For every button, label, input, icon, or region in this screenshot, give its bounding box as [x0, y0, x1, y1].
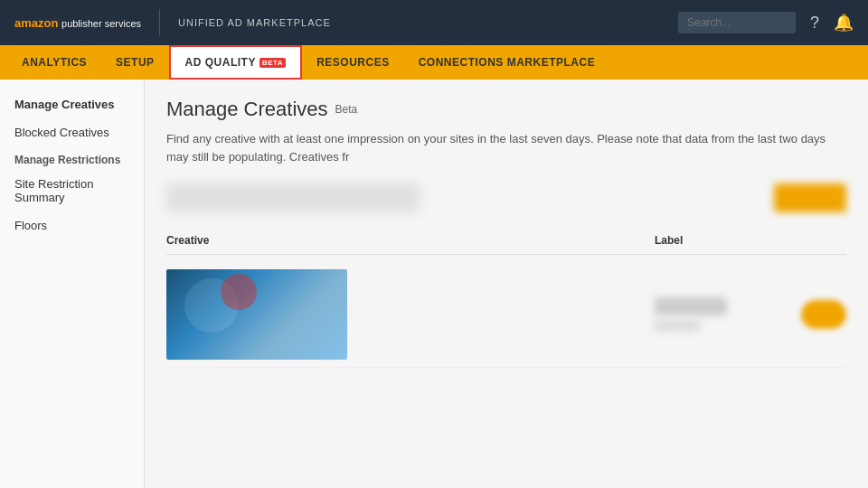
nav-connections-marketplace[interactable]: CONNECTIONS MARKETPLACE: [404, 45, 610, 80]
table-row: [166, 262, 846, 368]
top-bar-right: ? 🔔: [678, 12, 854, 33]
label-text-blurred: [655, 297, 727, 315]
content-area: Manage Creatives Blocked Creatives Manag…: [0, 80, 868, 488]
filter-button-blurred: [774, 183, 846, 212]
col-creative-header: Creative: [166, 234, 655, 247]
search-input[interactable]: [678, 12, 796, 33]
notification-icon[interactable]: 🔔: [834, 13, 854, 33]
creative-thumbnail: [166, 269, 347, 360]
nav-setup[interactable]: SETUP: [101, 45, 169, 80]
filter-input-blurred: [166, 183, 420, 212]
beta-badge: BETA: [259, 58, 286, 68]
sidebar: Manage Creatives Blocked Creatives Manag…: [0, 80, 145, 488]
sidebar-item-site-restriction-summary[interactable]: Site Restriction Summary: [0, 170, 144, 211]
sidebar-item-blocked-creatives[interactable]: Blocked Creatives: [0, 118, 144, 146]
label-col: [655, 297, 801, 332]
main-content: Manage Creatives Beta Find any creative …: [145, 80, 868, 488]
top-bar: amazon publisher services UNIFIED AD MAR…: [0, 0, 868, 45]
logo: amazon publisher services: [14, 14, 141, 31]
label-sub-blurred: [655, 319, 700, 332]
page-beta-badge: Beta: [335, 103, 358, 116]
table-header: Creative Label: [166, 227, 846, 255]
filter-row: [166, 183, 846, 212]
page-title: Manage Creatives Beta: [166, 98, 846, 121]
logo-divider: [159, 9, 160, 36]
marketplace-subtitle: UNIFIED AD MARKETPLACE: [178, 17, 331, 28]
sidebar-item-manage-creatives[interactable]: Manage Creatives: [0, 90, 144, 118]
nav-ad-quality[interactable]: AD QUALITYBETA: [169, 45, 303, 80]
publisher-label: publisher services: [61, 18, 141, 29]
page-description: Find any creative with at least one impr…: [166, 130, 846, 165]
logo-amazon-text: amazon publisher services: [14, 14, 141, 31]
nav-analytics[interactable]: ANALYTICS: [7, 45, 101, 80]
action-button-blurred: [801, 300, 846, 329]
col-label-header: Label: [655, 234, 846, 247]
help-icon[interactable]: ?: [810, 14, 819, 33]
logo-area: amazon publisher services UNIFIED AD MAR…: [14, 9, 331, 36]
nav-resources[interactable]: RESOURCES: [302, 45, 404, 80]
creative-col: [166, 269, 655, 360]
nav-bar: ANALYTICS SETUP AD QUALITYBETA RESOURCES…: [0, 45, 868, 80]
sidebar-section-manage-restrictions[interactable]: Manage Restrictions: [0, 146, 144, 170]
sidebar-item-floors[interactable]: Floors: [0, 211, 144, 239]
amazon-label: amazon publisher services: [14, 16, 141, 30]
